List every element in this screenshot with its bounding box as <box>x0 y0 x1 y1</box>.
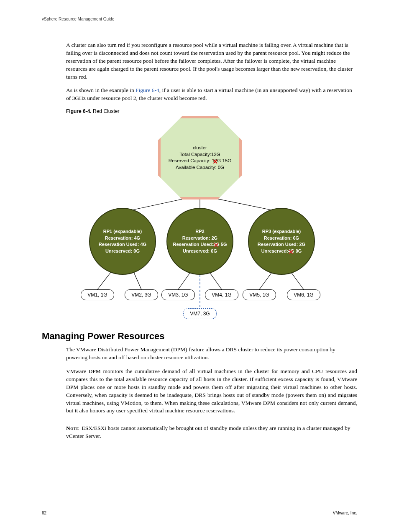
rp3-unres-new: 0G <box>296 248 302 253</box>
figure-caption: Figure 6-4. Red Cluster <box>66 108 357 114</box>
page: vSphere Resource Management Guide A clus… <box>0 0 399 532</box>
paragraph-1: A cluster can also turn red if you recon… <box>42 41 357 81</box>
section-p2: VMware DPM monitors the cumulative deman… <box>42 368 357 415</box>
cluster-name: cluster <box>193 145 207 151</box>
vm7: VM7, 3G <box>183 308 217 319</box>
rp2-used-old: 2G✕ <box>213 242 220 247</box>
figure-title: Red Cluster <box>93 108 119 114</box>
cluster-node: cluster Total Capacity:12G Reserved Capa… <box>158 116 242 200</box>
cluster-reserved-new: 15G <box>222 158 231 163</box>
rp3-l1: Reservation: 6G <box>264 235 299 241</box>
rp3-l2: Reservation Used: 2G <box>258 241 305 248</box>
rp2-l2: Reservation Used:2G✕ 5G <box>173 241 227 248</box>
rp2-node: RP2 Reservation: 2G Reservation Used:2G✕… <box>166 208 233 275</box>
svg-line-5 <box>178 271 192 289</box>
rp1-node: RP1 (expandable) Reservation: 4G Reserva… <box>89 208 156 275</box>
cross-out-icon: ✕ <box>213 241 219 250</box>
rp3-node: RP3 (expandable) Reservation: 6G Reserva… <box>248 208 315 275</box>
cluster-reserved: Reserved Capacity: 12G ✕ 15G <box>169 158 231 164</box>
footer-org: VMware, Inc. <box>333 511 357 515</box>
svg-line-9 <box>290 271 304 289</box>
rp2-used-label: Reservation Used: <box>173 242 213 247</box>
vm2: VM2, 3G <box>125 289 158 300</box>
rp1-l3: Unreserved: 0G <box>105 248 140 254</box>
section-heading: Managing Power Resources <box>42 331 357 342</box>
diagram-red-cluster: cluster Total Capacity:12G Reserved Capa… <box>66 116 334 321</box>
paragraph-2: As is shown in the example in Figure 6-4… <box>42 87 357 102</box>
rp3-unres-label: Unreserved: <box>261 248 288 253</box>
vm4: VM4, 1G <box>205 289 238 300</box>
rp3-l0: RP3 (expandable) <box>262 228 301 235</box>
rp1-l2: Reservation Used: 4G <box>99 241 146 248</box>
section-p1: The VMware Distributed Power Management … <box>42 346 357 362</box>
vm5: VM5, 1G <box>243 289 276 300</box>
cluster-reserved-old: 12G ✕ <box>212 158 222 163</box>
rp3-l3: Unreserved:4G✕ 0G <box>261 248 302 254</box>
cluster-reserved-label: Reserved Capacity: <box>169 158 210 163</box>
cluster-total: Total Capacity:12G <box>179 151 220 158</box>
rp1-l0: RP1 (expandable) <box>103 228 142 235</box>
rp2-used-new: 5G <box>221 242 227 247</box>
rp2-l1: Reservation: 2G <box>182 235 217 241</box>
figure-link[interactable]: Figure 6-4 <box>136 87 159 93</box>
rp2-l3: Unreserved: 0G <box>183 248 217 254</box>
figure-label: Figure 6-4. <box>66 108 92 114</box>
rp3-unres-old: 4G✕ <box>288 248 294 253</box>
rp2-l0: RP2 <box>195 228 204 235</box>
svg-line-8 <box>259 271 273 289</box>
svg-line-6 <box>208 271 222 289</box>
page-number: 62 <box>42 511 46 515</box>
vm3: VM3, 1G <box>161 289 195 300</box>
vm1: VM1, 1G <box>81 289 114 300</box>
rp1-l1: Reservation: 4G <box>105 235 140 241</box>
footer: 62 VMware, Inc. <box>42 511 357 515</box>
running-head: vSphere Resource Management Guide <box>42 17 357 21</box>
cross-out-icon: ✕ <box>288 248 294 257</box>
cross-out-icon: ✕ <box>212 157 218 166</box>
note-text: ESX/ESXi hosts cannot automatically be b… <box>66 425 350 439</box>
note-label: Note <box>66 425 79 431</box>
svg-line-4 <box>133 271 141 289</box>
cluster-text: cluster Total Capacity:12G Reserved Capa… <box>158 116 242 200</box>
vm6: VM6, 1G <box>287 289 320 300</box>
p2-text-a: As is shown in the example in <box>66 87 136 93</box>
note-block: Note ESX/ESXi hosts cannot automatically… <box>66 421 357 444</box>
svg-line-3 <box>97 271 112 289</box>
